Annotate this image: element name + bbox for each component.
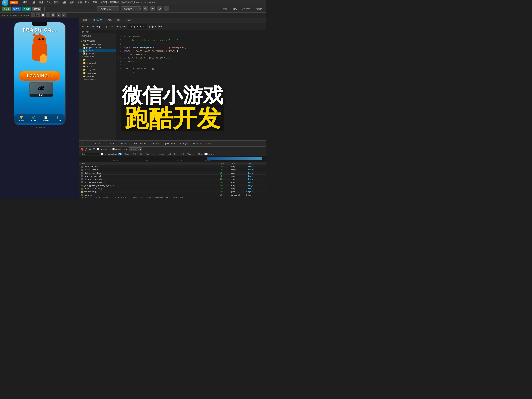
preview-btn[interactable]: 预览 <box>231 7 239 11</box>
nav-item-store[interactable]: 🛒 STORE <box>31 116 36 121</box>
filter-icon[interactable]: ⊟ <box>88 148 92 151</box>
menu-item-edit[interactable]: 编辑 <box>38 1 43 4</box>
explorer-minigame-group[interactable]: ▼ MINIGAME <box>79 55 116 58</box>
devtools-tab-memory[interactable]: Memory <box>148 141 161 146</box>
rotate-icon[interactable]: ↻ <box>31 13 35 17</box>
send-toolbar-icon[interactable]: ↗ <box>164 6 169 12</box>
nav-item-rankings[interactable]: 🏆 NKINGS <box>19 116 24 121</box>
filter-font[interactable]: Font <box>166 153 172 155</box>
menu-item-select[interactable]: 选择 <box>62 1 66 4</box>
filter-all[interactable]: All <box>118 153 122 155</box>
explorer-file-project-config[interactable]: {} project.config.json <box>79 46 116 49</box>
filter-media[interactable]: Media <box>158 153 165 155</box>
grid-icon[interactable]: ⊞ <box>57 13 61 17</box>
compile-mode-select[interactable]: 普通编译 <box>121 6 141 11</box>
hide-data-urls-checkbox[interactable]: Hide data URLs <box>101 153 117 155</box>
explorer-opened-section[interactable]: ▶ 打开的编辑器 <box>79 39 116 43</box>
search-toolbar-icon[interactable]: 🔍 <box>143 6 148 12</box>
explorer-folder-framework[interactable]: 📁 framework <box>79 61 116 65</box>
devtools-tab-storage[interactable]: Storage <box>177 141 190 146</box>
network-row-3[interactable]: _array_without_holes.js 200 script index… <box>79 174 266 178</box>
menu-item-settings[interactable]: 设置 <box>85 1 89 4</box>
devtools-tab-security[interactable]: Security <box>190 141 203 146</box>
devtools-tab-performance[interactable]: Performance <box>130 141 148 146</box>
explorer-file-game-js[interactable]: J game.js <box>79 49 116 52</box>
network-row-8[interactable]: background.jpg 200 jpeg plugin.js:93 <box>79 190 266 193</box>
devtools-tab-application[interactable]: Application <box>161 141 177 146</box>
network-throttle-select[interactable]: Online <box>129 148 142 151</box>
nav-item-mission[interactable]: 📋 MISSION <box>43 116 49 121</box>
preserve-log-checkbox[interactable]: Preserve log <box>97 148 111 150</box>
sub-tab-build[interactable]: 构建 <box>80 18 90 23</box>
menu-item-file[interactable]: 文件 <box>31 1 35 4</box>
devtools-tab-audits[interactable]: Audits <box>203 141 215 146</box>
tablet-icon[interactable]: ⬜ <box>41 13 45 17</box>
menu-item-view[interactable]: 视图 <box>70 1 74 4</box>
sub-tab-issues[interactable]: 问题 <box>105 18 114 23</box>
disable-cache-checkbox[interactable]: Disable cache <box>113 148 128 150</box>
filter-img[interactable]: Img <box>152 153 156 155</box>
file-tab-game-js[interactable]: JS game.js ✕ <box>128 24 147 29</box>
filter-manifest[interactable]: Manifest <box>186 153 195 155</box>
compile-btn[interactable]: 编译 <box>221 7 229 11</box>
explorer-folder-unity-sdk[interactable]: 📁 unity-sdk <box>79 68 116 71</box>
filter-ws[interactable]: WS <box>180 153 185 155</box>
phone-icon[interactable]: 📱 <box>36 13 40 17</box>
search-network-icon[interactable]: 🔍 <box>93 148 96 151</box>
menu-item-help[interactable]: 帮助 <box>93 1 97 4</box>
simulator-btn[interactable]: 模拟器 <box>2 7 11 11</box>
network-row-1[interactable]: _create_class.js 200 script index.js:9 <box>79 168 266 171</box>
capture-icon[interactable]: ◎ <box>62 13 66 17</box>
network-row-5[interactable]: _non_iterable_spread.js 200 script index… <box>79 181 266 184</box>
cloud-btn[interactable]: 云开发 <box>32 7 41 11</box>
file-tab-project-config[interactable]: {} project.config.json <box>103 24 128 29</box>
record-stop-btn[interactable] <box>81 148 83 151</box>
network-row-7[interactable]: _array_like_to_array.js 200 script index… <box>79 187 266 190</box>
device-debug-btn[interactable]: 真机调试 <box>240 7 253 11</box>
sub-tab-debugger[interactable]: 调试器 33 <box>90 18 105 23</box>
network-row-6[interactable]: _unsupported_iterable_to_array.js 200 sc… <box>79 184 266 187</box>
explorer-file-webgl[interactable]: webgl.wasm.symbols.u... <box>79 78 116 81</box>
explorer-folder-wasmcode[interactable]: 📁 wasmcode <box>79 71 116 75</box>
filter-xhr[interactable]: XHR <box>132 153 137 155</box>
explorer-file-check-version[interactable]: J check-version.js <box>79 43 116 46</box>
file-tab-game-json[interactable]: {} game.json <box>147 24 165 29</box>
devtools-tab-sources[interactable]: Sources <box>104 141 117 146</box>
network-row-9[interactable]: worker.js 200 javascript Other <box>79 193 266 196</box>
explorer-folder-dat[interactable]: 📁 dat <box>79 58 116 61</box>
devtools-tab-console[interactable]: Console <box>90 141 104 146</box>
game-mode-select[interactable]: 小游戏模式 <box>97 6 119 11</box>
sub-tab-output[interactable]: 输出 <box>114 18 124 23</box>
menu-item-goto[interactable]: 转到 <box>54 1 58 4</box>
devtools-more-icon[interactable]: ≡ <box>80 142 85 146</box>
editor-btn[interactable]: 编辑器 <box>12 7 21 11</box>
more-device-icon[interactable]: ⋯ <box>46 13 50 17</box>
has-blocked-checkbox[interactable]: Has blo... <box>204 153 215 155</box>
explorer-folder-workers[interactable]: 📁 workers <box>79 75 116 78</box>
filter-js[interactable]: JS <box>139 153 143 155</box>
nav-item-settings[interactable]: ⚙ SETTIN <box>55 116 61 121</box>
filter-cloud[interactable]: Cloud <box>124 153 130 155</box>
clear-cache-btn[interactable]: 清缓存 <box>254 7 264 11</box>
zoom-icon[interactable]: 🔍 <box>51 13 55 17</box>
filter-doc[interactable]: Doc <box>173 153 178 155</box>
menu-item-tools[interactable]: 工具 <box>46 1 51 4</box>
menu-item-project[interactable]: 项目 <box>23 1 27 4</box>
network-filter-input[interactable] <box>81 153 99 155</box>
devtools-tab-network[interactable]: Network <box>117 141 130 146</box>
filter-css[interactable]: CSS <box>144 153 150 155</box>
devtools-back-icon[interactable]: ← <box>85 142 90 146</box>
sub-tab-terminal[interactable]: 终端 <box>124 18 134 23</box>
menu-item-interface[interactable]: 界面 <box>77 1 82 4</box>
clear-btn[interactable] <box>85 148 87 151</box>
follow-button[interactable]: 加关注 <box>10 1 18 4</box>
filter-other[interactable]: Other <box>196 153 203 155</box>
file-tab-check-version[interactable]: JS check-version.js <box>79 24 103 29</box>
debugger-btn[interactable]: 调试器 <box>22 7 31 11</box>
network-row-2[interactable]: _define_property.js 200 script index.js:… <box>79 171 266 174</box>
explorer-folder-images[interactable]: 📁 images <box>79 65 116 68</box>
eye-toolbar-icon[interactable]: 👁 <box>150 6 155 12</box>
network-row-0[interactable]: _class_call_check.js 200 script index.js… <box>79 165 266 168</box>
close-tab-icon[interactable]: ✕ <box>143 26 145 28</box>
loading-button[interactable]: LOADiNG... <box>19 71 61 81</box>
